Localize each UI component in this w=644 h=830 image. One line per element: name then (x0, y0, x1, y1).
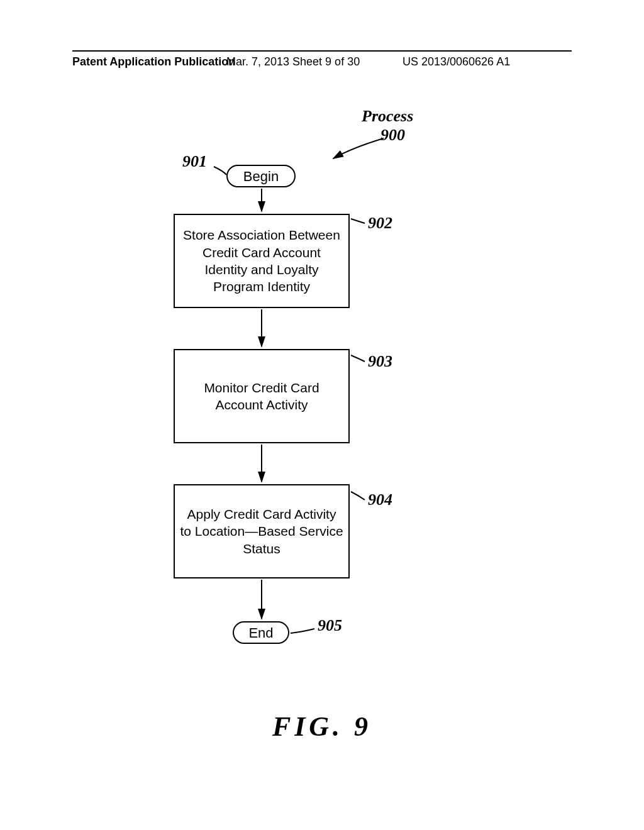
header-rule (72, 50, 572, 52)
figure-caption: FIG. 9 (0, 711, 644, 743)
header-pubnumber: US 2013/0060626 A1 (402, 55, 510, 69)
header-date-sheet: Mar. 7, 2013 Sheet 9 of 30 (226, 55, 360, 69)
page: Patent Application Publication Mar. 7, 2… (0, 0, 644, 830)
header-publication: Patent Application Publication (72, 55, 235, 69)
flow-svg (0, 101, 644, 667)
